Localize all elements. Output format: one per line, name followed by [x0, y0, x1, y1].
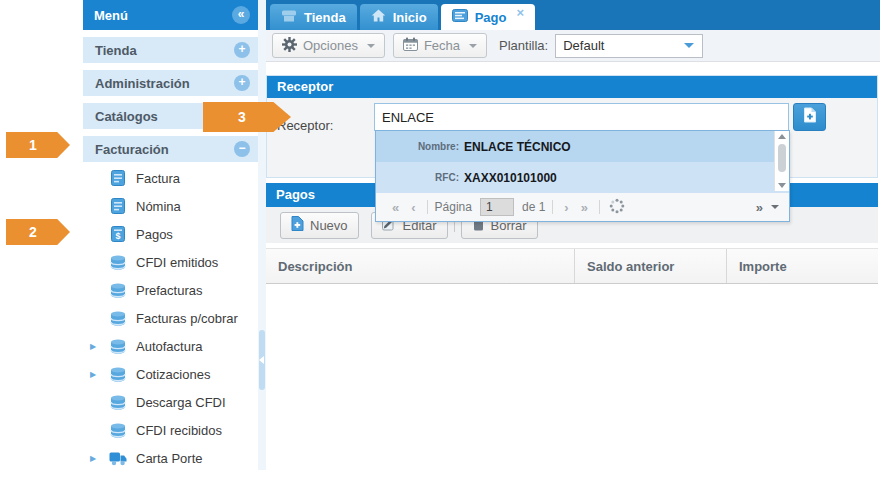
opciones-button[interactable]: Opciones [272, 33, 385, 58]
tab-inicio[interactable]: Inicio [360, 4, 438, 30]
tab-label: Inicio [393, 10, 427, 25]
suggestion-item-rfc[interactable]: RFC: XAXX010101000 [376, 162, 789, 193]
plantilla-value: Default [563, 38, 604, 53]
column-header-importe[interactable]: Importe [726, 249, 878, 283]
step-badge-1: 1 [6, 132, 70, 158]
database-icon [107, 423, 129, 438]
sidebar-group-facturacion[interactable]: Facturación − [83, 136, 258, 162]
database-icon [107, 255, 129, 270]
sidebar: Menú « Tienda + Administración + Catálog… [83, 0, 258, 470]
sidebar-item-carta-porte[interactable]: ▶ Carta Porte [83, 444, 258, 472]
page-toolbar: Opciones Fecha Plantilla: Default [266, 30, 880, 62]
tab-label: Pago [475, 10, 507, 25]
receptor-panel-header: Receptor [267, 76, 877, 98]
sidebar-item-prefacturas[interactable]: Prefacturas [83, 276, 258, 304]
nombre-label: Nombre: [376, 141, 464, 152]
suggestion-item-nombre[interactable]: Nombre: ENLACE TÉCNICO [376, 131, 789, 162]
document-icon [107, 198, 129, 214]
suggestion-list: Nombre: ENLACE TÉCNICO RFC: XAXX01010100… [375, 130, 790, 192]
pagos-grid-header: Descripción Saldo anterior Importe [266, 248, 878, 284]
plantilla-combobox[interactable]: Default [555, 34, 703, 58]
tab-bar: Tienda Inicio Pago × [266, 0, 880, 30]
column-header-descripcion[interactable]: Descripción [266, 249, 574, 283]
expand-arrow-icon[interactable]: ▶ [86, 454, 100, 463]
sidebar-item-cotizaciones[interactable]: ▶ Cotizaciones [83, 360, 258, 388]
first-page-button[interactable]: « [386, 200, 405, 215]
nombre-value: ENLACE TÉCNICO [464, 140, 571, 154]
step-badge-3: 3 [203, 102, 291, 132]
facturacion-submenu: Factura Nómina $ Pagos [83, 162, 258, 472]
minus-icon[interactable]: − [234, 141, 250, 157]
sidebar-item-nomina[interactable]: Nómina [83, 192, 258, 220]
overflow-menu-button[interactable]: » [756, 200, 763, 215]
sidebar-splitter [258, 0, 266, 470]
receptor-suggestion-dropdown: Nombre: ENLACE TÉCNICO RFC: XAXX01010100… [375, 130, 790, 222]
paging-toolbar: « ‹ Página de 1 › » » [375, 192, 790, 222]
fecha-button[interactable]: Fecha [393, 33, 487, 58]
dropdown-arrow-icon[interactable] [684, 43, 694, 48]
plantilla-label: Plantilla: [499, 38, 548, 53]
sidebar-title: Menú [94, 8, 128, 23]
list-scrollbar[interactable] [774, 131, 789, 191]
column-header-saldo-anterior[interactable]: Saldo anterior [574, 249, 726, 283]
pagina-label: Página [435, 200, 472, 214]
sidebar-item-autofactura[interactable]: ▶ Autofactura [83, 332, 258, 360]
receptor-input[interactable] [374, 103, 789, 131]
close-icon[interactable]: × [516, 5, 524, 20]
app-window: Menú « Tienda + Administración + Catálog… [0, 0, 880, 502]
expand-arrow-icon[interactable]: ▶ [86, 370, 100, 379]
page-number-input[interactable] [480, 198, 514, 216]
store-icon [281, 9, 297, 26]
pagos-grid-body[interactable] [266, 284, 878, 470]
tab-tienda[interactable]: Tienda [270, 4, 357, 30]
database-icon [107, 283, 129, 298]
sidebar-item-cfdi-recibidos[interactable]: CFDI recibidos [83, 416, 258, 444]
collapse-menu-icon[interactable]: « [232, 6, 250, 24]
sidebar-header: Menú « [83, 0, 258, 30]
sidebar-item-pagos[interactable]: $ Pagos [83, 220, 258, 248]
form-icon [452, 9, 468, 25]
truck-icon [107, 451, 129, 466]
scrollbar-thumb[interactable] [778, 144, 786, 172]
sidebar-group-administracion[interactable]: Administración + [83, 70, 258, 96]
sidebar-item-descarga-cfdi[interactable]: Descarga CFDI [83, 388, 258, 416]
next-page-button[interactable]: › [558, 200, 574, 215]
document-plus-icon [803, 107, 817, 127]
caret-down-icon [367, 44, 375, 48]
group-label: Administración [95, 76, 190, 91]
overflow-caret-icon[interactable] [771, 205, 779, 209]
expand-arrow-icon[interactable]: ▶ [86, 342, 100, 351]
database-icon [107, 367, 129, 382]
nuevo-button[interactable]: Nuevo [280, 212, 359, 239]
database-icon [107, 339, 129, 354]
group-label: Catálogos [95, 109, 158, 124]
svg-text:$: $ [115, 231, 120, 241]
fecha-label: Fecha [424, 38, 460, 53]
scroll-up-icon[interactable] [778, 134, 786, 139]
plus-icon[interactable]: + [234, 42, 250, 58]
sidebar-group-tienda[interactable]: Tienda + [83, 37, 258, 63]
last-page-button[interactable]: » [575, 200, 594, 215]
sidebar-item-factura[interactable]: Factura [83, 164, 258, 192]
plus-icon[interactable]: + [234, 75, 250, 91]
tab-pago[interactable]: Pago × [441, 4, 535, 30]
payment-document-icon: $ [107, 226, 129, 242]
prev-page-button[interactable]: ‹ [405, 200, 421, 215]
sidebar-item-facturas-pcobrar[interactable]: Facturas p/cobrar [83, 304, 258, 332]
home-icon [371, 9, 386, 25]
gear-icon [282, 37, 297, 55]
rfc-label: RFC: [376, 172, 464, 183]
pagos-panel: Pagos Nuevo Editar [266, 183, 878, 470]
database-icon [107, 311, 129, 326]
document-icon [107, 170, 129, 186]
calendar-icon [403, 37, 418, 54]
rfc-value: XAXX010101000 [464, 171, 557, 185]
scroll-down-icon[interactable] [778, 183, 786, 188]
step-badge-2: 2 [6, 219, 70, 245]
document-plus-icon [291, 216, 304, 234]
add-receptor-button[interactable] [793, 103, 826, 131]
database-icon [107, 395, 129, 410]
refresh-icon[interactable] [609, 198, 625, 217]
splitter-collapse-handle[interactable] [259, 330, 265, 390]
sidebar-item-cfdi-emitidos[interactable]: CFDI emitidos [83, 248, 258, 276]
